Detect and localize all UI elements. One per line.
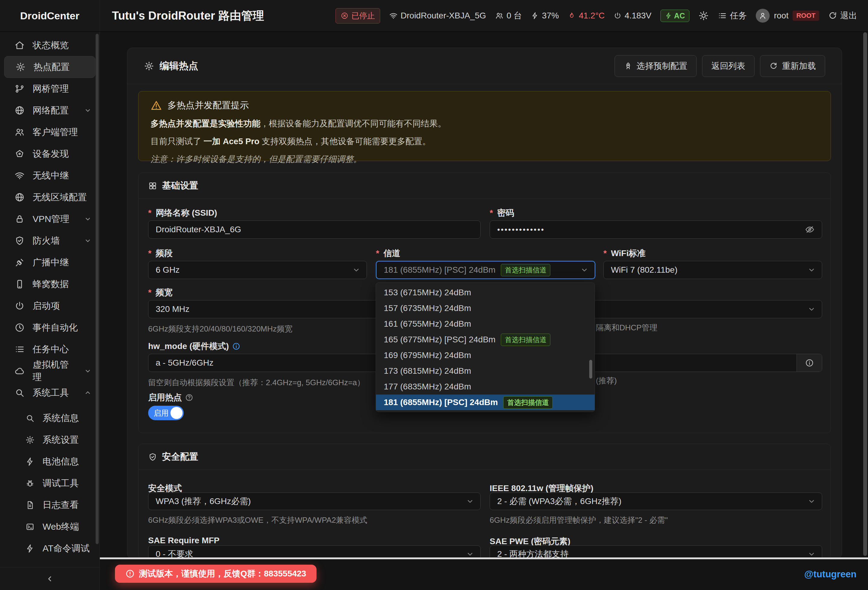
logout-label: 退出 (840, 10, 857, 21)
sae-pwe-select[interactable]: 2 - 两种方法都支持 (490, 545, 822, 559)
sidebar-item-vpn[interactable]: VPN管理 (0, 208, 100, 230)
basic-settings-header: 基础设置 (139, 173, 831, 199)
channel-option[interactable]: 153 (6715MHz) 24dBm (376, 285, 595, 301)
sidebar-item-wireless-region[interactable]: 无线区域配置 (0, 186, 100, 208)
sae-mfp-select[interactable]: 0 - 不要求 (148, 545, 481, 559)
toggle-knob (170, 407, 183, 419)
sidebar-item-web-terminal[interactable]: Web终端 (0, 516, 100, 537)
chevron-down-icon (807, 305, 816, 313)
sidebar-item-client-mgmt[interactable]: 客户端管理 (0, 121, 100, 143)
option-label: 157 (6735MHz) 24dBm (384, 304, 471, 313)
bug-icon (25, 479, 35, 488)
sidebar-item-vm-mgmt[interactable]: 虚拟机管理 (0, 360, 100, 382)
sidebar-item-event-automation[interactable]: 事件自动化 (0, 317, 100, 338)
chevron-down-icon (352, 266, 360, 274)
page-scrollbar[interactable] (863, 32, 867, 556)
channel-option[interactable]: 161 (6755MHz) 24dBm (376, 316, 595, 332)
channel-option[interactable]: 169 (6795MHz) 24dBm (376, 348, 595, 363)
page-title: 编辑热点 (144, 59, 198, 73)
list-icon (15, 344, 25, 354)
chevron-down-icon (466, 550, 474, 558)
gear-icon (25, 435, 35, 445)
option-label: 169 (6795MHz) 24dBm (384, 351, 471, 360)
tasks-button[interactable]: 任务 (718, 10, 747, 21)
avatar (756, 9, 770, 23)
rocket-icon (624, 62, 632, 70)
sidebar-item-status-overview[interactable]: 状态概览 (0, 34, 100, 56)
eye-off-icon[interactable] (805, 225, 815, 235)
sidebar-item-debug-tools[interactable]: 调试工具 (0, 472, 100, 494)
sidebar-item-task-center[interactable]: 任务中心 (0, 338, 100, 360)
wifi-standard-select[interactable]: WiFi 7 (802.11be) (604, 261, 822, 279)
question-icon[interactable] (185, 393, 193, 402)
sidebar-item-system-info[interactable]: 系统信息 (0, 407, 100, 429)
flame-icon (568, 12, 576, 20)
channel-option[interactable]: 173 (6815MHz) 24dBm (376, 363, 595, 379)
sidebar-item-label: 事件自动化 (32, 322, 78, 334)
option-label: 181 (6855MHz) [PSC] 24dBm (384, 398, 498, 407)
search-icon (25, 413, 35, 423)
user-menu[interactable]: root ROOT (756, 9, 819, 23)
sidebar-item-startup[interactable]: 启动项 (0, 295, 100, 317)
sidebar-item-log-viewer[interactable]: 日志查看 (0, 494, 100, 516)
sidebar-item-label: 蜂窝数据 (32, 278, 69, 291)
warning-line-3: 注意：许多时候设备是支持的，但是配置需要仔细调整。 (151, 153, 819, 165)
dropdown-scrollbar[interactable] (589, 360, 592, 379)
section-title: 基础设置 (162, 180, 198, 192)
theme-toggle-sun-icon[interactable] (698, 10, 709, 21)
mfp-select[interactable]: 2 - 必需 (WPA3必需，6GHz推荐) (490, 493, 822, 510)
channel-option[interactable]: 157 (6735MHz) 24dBm (376, 301, 595, 316)
shield-check-icon (148, 453, 157, 462)
channel-select[interactable]: 181 (6855MHz) [PSC] 24dBm 首选扫描信道 (376, 261, 595, 279)
sidebar-item-label: 广播中继 (32, 257, 69, 269)
info-icon[interactable] (232, 342, 241, 351)
power-icon (15, 301, 25, 311)
sidebar-item-system-tools[interactable]: 系统工具 (0, 382, 100, 404)
sidebar-item-cellular-data[interactable]: 蜂窝数据 (0, 273, 100, 295)
chevron-down-icon (84, 106, 92, 114)
psc-badge: 首选扫描信道 (501, 333, 550, 346)
channel-option[interactable]: 177 (6835MHz) 24dBm (376, 379, 595, 395)
sidebar-item-wireless-relay[interactable]: 无线中继 (0, 165, 100, 186)
channel-option-selected[interactable]: 181 (6855MHz) [PSC] 24dBm首选扫描信道 (376, 395, 595, 410)
input-info-suffix[interactable] (797, 354, 822, 372)
sidebar-item-bridge[interactable]: 网桥管理 (0, 78, 100, 100)
header-actions: 选择预制配置 返回列表 重新加载 (614, 55, 825, 77)
bolt-icon (25, 544, 35, 553)
password-label: *密码 (490, 207, 514, 219)
sidebar-scrollbar[interactable] (96, 34, 99, 544)
power-icon (614, 12, 621, 20)
sidebar: 状态概览 热点配置 网桥管理 网络配置 客户端管理 设备发现 无线中继 无线区域… (0, 32, 100, 590)
sidebar-item-system-settings[interactable]: 系统设置 (0, 429, 100, 451)
back-to-list-button[interactable]: 返回列表 (702, 55, 754, 77)
select-preset-button[interactable]: 选择预制配置 (614, 55, 697, 77)
app-logo[interactable]: DroidCenter (0, 0, 100, 31)
battery-status: 37% (531, 11, 559, 21)
reload-button[interactable]: 重新加载 (760, 55, 825, 77)
globe-icon (15, 192, 25, 202)
bolt-icon (25, 457, 35, 466)
ssid-input[interactable]: DroidRouter-XBJA_6G (148, 220, 481, 239)
wifi-standard-label: *WiFi标准 (604, 248, 646, 259)
sidebar-item-broadcast-relay[interactable]: 广播中继 (0, 252, 100, 273)
password-input[interactable]: ••••••••••••• (490, 220, 822, 239)
sidebar-item-hotspot-config[interactable]: 热点配置 (4, 56, 95, 78)
sidebar-item-network-config[interactable]: 网络配置 (0, 100, 100, 121)
security-mode-select[interactable]: WPA3 (推荐，6GHz必需) (148, 493, 481, 510)
main-content: 编辑热点 选择预制配置 返回列表 重新加载 (100, 32, 868, 590)
logout-button[interactable]: 退出 (828, 10, 857, 21)
search-icon (15, 388, 25, 398)
sidebar-item-device-discovery[interactable]: 设备发现 (0, 143, 100, 165)
sidebar-item-firewall[interactable]: 防火墙 (0, 230, 100, 252)
sidebar-item-at-command[interactable]: AT命令调试 (0, 537, 100, 559)
option-label: 165 (6775MHz) [PSC] 24dBm (384, 335, 495, 344)
grid-icon (148, 181, 157, 190)
phone-icon (15, 279, 25, 289)
author-credit[interactable]: @tutugreen (805, 569, 856, 580)
enable-hotspot-toggle[interactable]: 启用 (148, 406, 184, 420)
sidebar-collapse-button[interactable] (0, 567, 100, 590)
sidebar-item-battery-info[interactable]: 电池信息 (0, 451, 100, 472)
label-text: hw_mode (硬件模式) (148, 341, 229, 352)
channel-option[interactable]: 165 (6775MHz) [PSC] 24dBm首选扫描信道 (376, 332, 595, 348)
band-select[interactable]: 6 GHz (148, 261, 367, 279)
